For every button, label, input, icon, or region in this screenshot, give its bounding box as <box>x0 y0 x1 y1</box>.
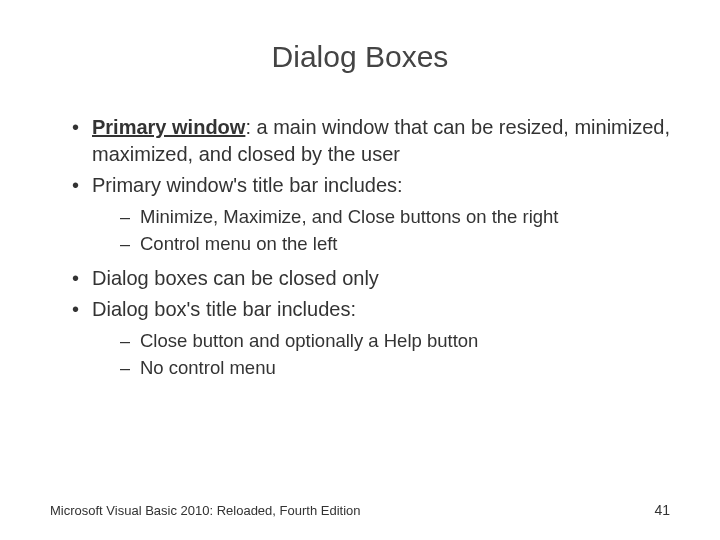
sub-bullet-item: Minimize, Maximize, and Close buttons on… <box>120 205 670 230</box>
sub-bullet-item: Control menu on the left <box>120 232 670 257</box>
bullet-text: Dialog boxes can be closed only <box>92 267 379 289</box>
bullet-term: Primary window <box>92 116 245 138</box>
bullet-text: Primary window's title bar includes: <box>92 174 403 196</box>
page-number: 41 <box>654 502 670 518</box>
bullet-list-level1: Primary window: a main window that can b… <box>70 114 670 381</box>
bullet-item-1: Primary window: a main window that can b… <box>70 114 670 168</box>
slide-content: Primary window: a main window that can b… <box>50 114 670 381</box>
footer-source: Microsoft Visual Basic 2010: Reloaded, F… <box>50 503 360 518</box>
sub-bullet-item: Close button and optionally a Help butto… <box>120 329 670 354</box>
slide-footer: Microsoft Visual Basic 2010: Reloaded, F… <box>50 502 670 518</box>
bullet-list-level2: Minimize, Maximize, and Close buttons on… <box>92 205 670 257</box>
bullet-text: Dialog box's title bar includes: <box>92 298 356 320</box>
bullet-item-4: Dialog box's title bar includes: Close b… <box>70 296 670 381</box>
bullet-item-2: Primary window's title bar includes: Min… <box>70 172 670 257</box>
bullet-item-3: Dialog boxes can be closed only <box>70 265 670 292</box>
sub-bullet-item: No control menu <box>120 356 670 381</box>
bullet-list-level2: Close button and optionally a Help butto… <box>92 329 670 381</box>
slide-title: Dialog Boxes <box>50 40 670 74</box>
